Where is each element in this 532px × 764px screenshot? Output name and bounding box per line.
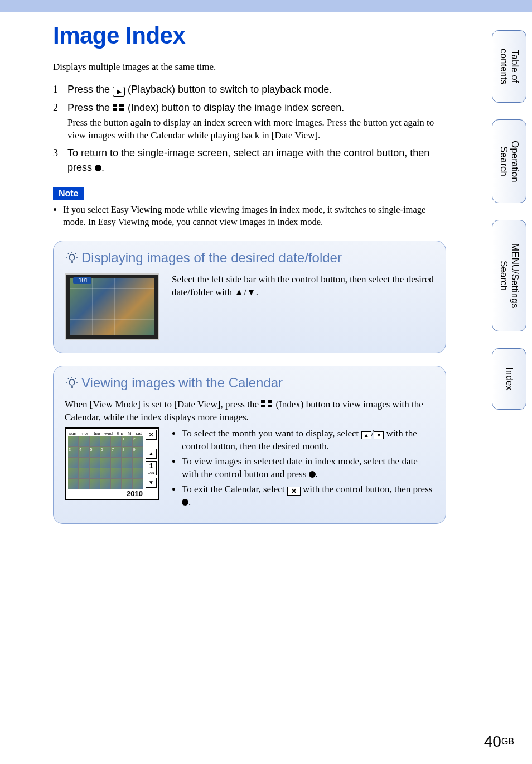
dow: thu bbox=[117, 431, 123, 436]
main-content: Image Index Displays multiple images at … bbox=[0, 12, 468, 524]
tip-intro-pre: When [View Mode] is set to [Date View], … bbox=[65, 399, 261, 410]
step-1: 1 Press the ▶ (Playback) button to switc… bbox=[53, 83, 446, 97]
tip-intro: When [View Mode] is set to [Date View], … bbox=[65, 398, 434, 424]
month-down-icon: ▼ bbox=[374, 431, 384, 439]
tip-title: Displaying images of the desired date/fo… bbox=[65, 250, 434, 266]
center-button-icon bbox=[95, 165, 101, 171]
center-button-icon bbox=[309, 471, 316, 478]
top-color-bar bbox=[0, 0, 532, 12]
index-screen-illustration bbox=[65, 273, 159, 340]
tip-bullet: To exit the Calendar, select ✕ with the … bbox=[182, 483, 434, 509]
page-number-value: 40 bbox=[484, 733, 501, 750]
bullet-text: To exit the Calendar, select bbox=[182, 484, 287, 494]
calendar-dow-row: sun mon tue wed thu fri sat bbox=[69, 431, 142, 436]
bullet-text: . bbox=[188, 497, 191, 507]
step-number: 2 bbox=[53, 101, 63, 115]
close-x-icon: ✕ bbox=[287, 487, 301, 496]
step-text: (Playback) button to switch to playback … bbox=[128, 84, 332, 95]
step-number: 1 bbox=[53, 83, 63, 97]
step-text: (Index) button to display the image inde… bbox=[128, 102, 344, 113]
index-icon bbox=[113, 104, 125, 112]
calendar-down-icon: ▼ bbox=[146, 478, 157, 488]
tip-box-calendar: Viewing images with the Calendar When [V… bbox=[53, 366, 446, 524]
note-bullet: If you select Easy Viewing mode while vi… bbox=[63, 204, 446, 229]
page-number-suffix: GB bbox=[501, 737, 514, 746]
note-list: If you select Easy Viewing mode while vi… bbox=[53, 204, 446, 229]
dow: sun bbox=[69, 431, 76, 436]
tip-text-pre: Select the left side bar with the contro… bbox=[172, 274, 434, 297]
steps-list: 1 Press the ▶ (Playback) button to switc… bbox=[53, 83, 446, 175]
step-text: Press the bbox=[67, 84, 113, 95]
step-number: 3 bbox=[53, 146, 63, 160]
tip-box-date-folder: Displaying images of the desired date/fo… bbox=[53, 241, 446, 353]
tip-bullet: To view images in selected date in index… bbox=[182, 455, 434, 481]
step-3: 3 To return to the single-image screen, … bbox=[53, 146, 446, 174]
tab-operation-search[interactable]: Operation Search bbox=[492, 119, 526, 203]
calendar-up-icon: ▲ bbox=[146, 449, 157, 459]
step-text: Press the bbox=[67, 102, 113, 113]
hint-bulb-icon bbox=[65, 251, 79, 265]
tip-text-post: . bbox=[256, 287, 258, 297]
tip-bullet: To select the month you want to display,… bbox=[182, 427, 434, 453]
dow: fri bbox=[128, 431, 132, 436]
step-2: 2 Press the (Index) button to display th… bbox=[53, 101, 446, 142]
bullet-text: To view images in selected date in index… bbox=[182, 456, 418, 479]
calendar-year: 2010 bbox=[127, 489, 143, 498]
tip-title: Viewing images with the Calendar bbox=[65, 375, 434, 391]
dow: mon bbox=[81, 431, 90, 436]
index-icon bbox=[261, 400, 273, 408]
step-text: To return to the single-image screen, se… bbox=[67, 147, 429, 172]
center-button-icon bbox=[182, 499, 188, 506]
calendar-day-icon: 1JAN bbox=[146, 461, 157, 475]
dow: wed bbox=[104, 431, 113, 436]
page-title: Image Index bbox=[53, 22, 446, 49]
playback-icon: ▶ bbox=[113, 87, 125, 97]
month-up-icon: ▲ bbox=[361, 431, 371, 439]
dow: sat bbox=[136, 431, 142, 436]
tip-bullet-list: To select the month you want to display,… bbox=[172, 427, 434, 511]
tip-title-text: Displaying images of the desired date/fo… bbox=[81, 250, 342, 266]
step-text: . bbox=[101, 162, 104, 173]
intro-text: Displays multiple images at the same tim… bbox=[53, 61, 446, 73]
hint-bulb-icon bbox=[65, 376, 79, 390]
svg-point-1 bbox=[69, 379, 75, 385]
tab-table-of-contents[interactable]: Table of contents bbox=[492, 30, 526, 103]
bullet-text: To select the month you want to display,… bbox=[182, 428, 361, 439]
tip-text: Select the left side bar with the contro… bbox=[172, 273, 434, 299]
tip-title-text: Viewing images with the Calendar bbox=[81, 375, 283, 391]
tab-menu-settings-search[interactable]: MENU/Settings Search bbox=[492, 220, 526, 331]
tab-index[interactable]: Index bbox=[492, 348, 526, 410]
up-down-arrows: ▲/▼ bbox=[234, 287, 255, 297]
bullet-text: . bbox=[316, 469, 318, 479]
bullet-text: with the control button, then press bbox=[301, 484, 433, 494]
calendar-illustration: sun mon tue wed thu fri sat 12 3456789 ✕… bbox=[65, 427, 159, 500]
note-label: Note bbox=[53, 187, 84, 200]
svg-point-0 bbox=[69, 254, 75, 260]
step-subtext: Press the button again to display an ind… bbox=[67, 117, 446, 142]
page-number: 40GB bbox=[484, 733, 514, 751]
dow: tue bbox=[94, 431, 100, 436]
side-nav-tabs: Table of contents Operation Search MENU/… bbox=[492, 30, 526, 410]
calendar-close-icon: ✕ bbox=[146, 430, 157, 440]
calendar-cells: 12 3456789 bbox=[68, 436, 143, 489]
